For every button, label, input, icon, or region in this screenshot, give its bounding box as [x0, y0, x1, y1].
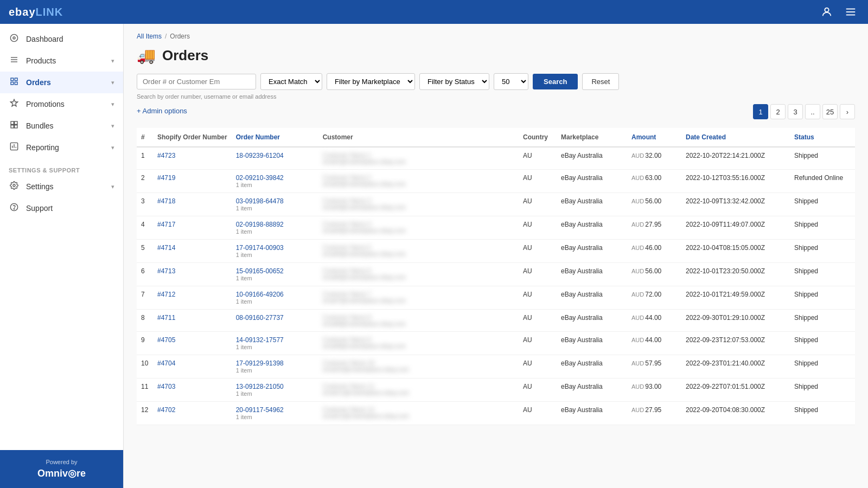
cell-shopify[interactable]: #4713: [153, 263, 232, 286]
cell-shopify[interactable]: #4714: [153, 240, 232, 263]
order-num-link[interactable]: 14-09132-17577: [236, 336, 284, 344]
cell-order[interactable]: 02-09198-88892 1 item: [232, 216, 318, 240]
sidebar-item-support[interactable]: Support: [0, 197, 123, 219]
customer-email: email8@marketplace.ebay.com: [323, 320, 514, 327]
page-btn-2[interactable]: 2: [770, 104, 786, 119]
shopify-link[interactable]: #4713: [157, 267, 175, 275]
order-num-link[interactable]: 13-09128-21050: [236, 383, 284, 390]
order-num-link[interactable]: 18-09239-61204: [236, 152, 284, 159]
cell-shopify[interactable]: #4711: [153, 310, 232, 332]
breadcrumb-parent[interactable]: All Items: [137, 33, 162, 40]
cell-order[interactable]: 14-09132-17577 1 item: [232, 332, 318, 355]
table-row: 9 #4705 14-09132-17577 1 item Customer N…: [137, 332, 855, 355]
sidebar-item-bundles[interactable]: Bundles ▾: [0, 115, 123, 137]
sidebar-item-orders[interactable]: Orders ▾: [0, 72, 123, 93]
cell-shopify[interactable]: #4717: [153, 216, 232, 240]
cell-order[interactable]: 02-09210-39842 1 item: [232, 170, 318, 193]
sidebar-item-settings[interactable]: Settings ▾: [0, 176, 123, 197]
shopify-link[interactable]: #4717: [157, 221, 175, 228]
menu-icon[interactable]: [842, 3, 859, 21]
page-btn-1[interactable]: 1: [753, 104, 768, 119]
shopify-link[interactable]: #4723: [157, 152, 175, 159]
cell-country: AU: [519, 310, 557, 332]
cell-shopify[interactable]: #4704: [153, 355, 232, 378]
sidebar-item-reporting[interactable]: Reporting ▾: [0, 137, 123, 158]
cell-shopify[interactable]: #4703: [153, 378, 232, 402]
customer-name: Customer Name 2: [323, 174, 514, 181]
status-select[interactable]: Filter by Status Shipped Refunded Pendin…: [419, 73, 489, 90]
cell-marketplace: eBay Australia: [557, 310, 627, 332]
cell-shopify[interactable]: #4719: [153, 170, 232, 193]
cell-order[interactable]: 17-09129-91398 1 item: [232, 355, 318, 378]
omnivore-brand: Omniv◎re: [9, 467, 114, 479]
order-num-link[interactable]: 17-09129-91398: [236, 359, 284, 367]
shopify-link[interactable]: #4704: [157, 359, 175, 367]
shopify-link[interactable]: #4719: [157, 174, 175, 182]
sidebar-item-promotions[interactable]: Promotions ▾: [0, 93, 123, 115]
cell-status: Shipped: [790, 147, 855, 170]
shopify-link[interactable]: #4702: [157, 406, 175, 414]
col-header-status[interactable]: Status: [790, 128, 855, 147]
cell-order[interactable]: 03-09198-64478 1 item: [232, 193, 318, 216]
logo[interactable]: ebayLINK: [9, 6, 63, 18]
shopify-link[interactable]: #4711: [157, 314, 175, 322]
col-header-num: #: [137, 128, 153, 147]
cell-order[interactable]: 08-09160-27737: [232, 310, 318, 332]
page-btn-25[interactable]: 25: [822, 104, 838, 119]
cell-shopify[interactable]: #4705: [153, 332, 232, 355]
per-page-select[interactable]: 50 25 100: [494, 73, 528, 90]
sidebar-item-label: Reporting: [26, 143, 59, 152]
cell-order[interactable]: 17-09174-00903 1 item: [232, 240, 318, 263]
admin-options-link[interactable]: + Admin options: [137, 107, 187, 115]
shopify-link[interactable]: #4718: [157, 197, 175, 205]
col-header-amount[interactable]: Amount: [627, 128, 681, 147]
page-btn-next[interactable]: ›: [840, 104, 855, 119]
cell-shopify[interactable]: #4723: [153, 147, 232, 170]
order-num-link[interactable]: 02-09210-39842: [236, 174, 284, 182]
col-header-date[interactable]: Date Created: [681, 128, 790, 147]
cell-customer: Customer Name 12 email12@marketplace.eba…: [318, 402, 519, 425]
cell-order[interactable]: 15-09165-00652 1 item: [232, 263, 318, 286]
cell-order[interactable]: 18-09239-61204: [232, 147, 318, 170]
col-header-customer: Customer: [318, 128, 519, 147]
cell-order[interactable]: 10-09166-49206 1 item: [232, 286, 318, 310]
table-row: 4 #4717 02-09198-88892 1 item Customer N…: [137, 216, 855, 240]
cell-shopify[interactable]: #4718: [153, 193, 232, 216]
chevron-icon: ▾: [111, 144, 114, 151]
customer-name: Customer Name 7: [323, 291, 514, 297]
sidebar-item-dashboard[interactable]: Dashboard: [0, 28, 123, 50]
marketplace-select[interactable]: Filter by Marketplace eBay Australia eBa…: [327, 73, 415, 90]
search-button[interactable]: Search: [533, 74, 578, 89]
customer-email: email9@marketplace.ebay.com: [323, 343, 514, 349]
cell-marketplace: eBay Australia: [557, 355, 627, 378]
reset-button[interactable]: Reset: [582, 73, 619, 90]
col-header-shopify: Shopify Order Number: [153, 128, 232, 147]
search-input[interactable]: [137, 74, 256, 89]
cell-order[interactable]: 13-09128-21050 1 item: [232, 378, 318, 402]
page-btn-3[interactable]: 3: [788, 104, 803, 119]
order-num-link[interactable]: 10-09166-49206: [236, 291, 284, 298]
sidebar-item-products[interactable]: Products ▾: [0, 50, 123, 72]
shopify-link[interactable]: #4703: [157, 383, 175, 390]
cell-shopify[interactable]: #4702: [153, 402, 232, 425]
shopify-link[interactable]: #4712: [157, 291, 175, 298]
shopify-link[interactable]: #4714: [157, 244, 175, 252]
order-num-link[interactable]: 02-09198-88892: [236, 221, 284, 228]
order-num-link[interactable]: 08-09160-27737: [236, 314, 284, 322]
table-row: 1 #4723 18-09239-61204 Customer Name 1 e…: [137, 147, 855, 170]
col-header-order[interactable]: Order Number: [232, 128, 318, 147]
user-icon[interactable]: [818, 3, 835, 21]
support-icon: [9, 203, 20, 214]
order-num-link[interactable]: 17-09174-00903: [236, 244, 284, 252]
cell-date: 2022-10-20T22:14:21.000Z: [681, 147, 790, 170]
table-row: 10 #4704 17-09129-91398 1 item Customer …: [137, 355, 855, 378]
table-header-row: # Shopify Order Number Order Number Cust…: [137, 128, 855, 147]
promotions-icon: [9, 99, 20, 110]
shopify-link[interactable]: #4705: [157, 336, 175, 344]
cell-order[interactable]: 20-09117-54962 1 item: [232, 402, 318, 425]
order-num-link[interactable]: 03-09198-64478: [236, 197, 284, 205]
match-select[interactable]: Exact Match Contains: [260, 73, 322, 90]
cell-shopify[interactable]: #4712: [153, 286, 232, 310]
order-num-link[interactable]: 20-09117-54962: [236, 406, 284, 414]
order-num-link[interactable]: 15-09165-00652: [236, 267, 284, 275]
